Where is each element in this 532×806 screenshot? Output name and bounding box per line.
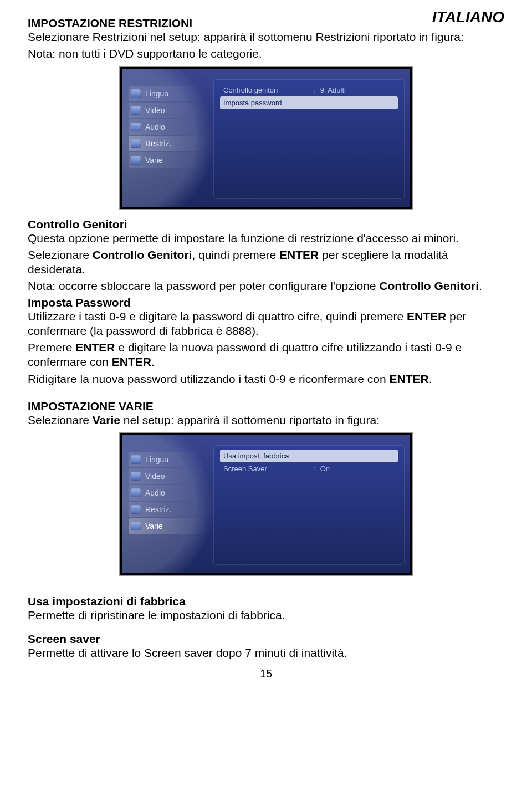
setting-label: Controllo genitori — [223, 86, 309, 94]
section-varie-title: IMPOSTAZIONE VARIE — [28, 400, 504, 413]
misc-icon — [131, 522, 141, 530]
menu-item-lingua[interactable]: Lingua — [129, 86, 206, 101]
video-icon — [131, 106, 141, 115]
menu-item-restriz[interactable]: Restriz. — [129, 136, 206, 151]
menu-item-label: Video — [145, 472, 165, 481]
set-password-title: Imposta Password — [28, 296, 504, 309]
settings-panel: Controllo genitori : 9. Adulti Imposta p… — [213, 79, 405, 199]
menu-item-audio[interactable]: Audio — [129, 119, 206, 135]
menu-item-restriz[interactable]: Restriz. — [129, 502, 206, 517]
setting-value: 9. Adulti — [320, 86, 346, 94]
screenshot-restrictions: Lingua Video Audio Restriz. Varie — [119, 66, 413, 210]
setting-label: Usa impost. fabbrica — [223, 452, 309, 460]
menu-item-lingua[interactable]: Lingua — [129, 452, 206, 467]
menu-item-label: Restriz. — [145, 505, 171, 514]
parental-control-title: Controllo Genitori — [28, 218, 504, 231]
menu-item-varie[interactable]: Varie — [129, 152, 206, 168]
menu-item-label: Audio — [145, 123, 165, 131]
set-password-l3: Ridigitare la nuova password utilizzando… — [28, 372, 504, 386]
section-restrictions-note: Nota: non tutti i DVD supportano le cate… — [28, 47, 504, 61]
section-varie-intro: Selezionare Varie nel setup: apparirà il… — [28, 413, 504, 427]
menu-item-label: Varie — [145, 156, 163, 165]
lock-icon — [131, 139, 141, 148]
setting-label: Screen Saver — [223, 465, 309, 473]
menu-item-label: Video — [145, 106, 165, 115]
page-number: 15 — [28, 667, 504, 680]
menu-item-label: Audio — [145, 488, 165, 497]
parental-control-desc: Questa opzione permette di impostare la … — [28, 231, 504, 246]
menu-item-label: Lingua — [145, 89, 168, 98]
setting-value: On — [320, 465, 330, 473]
parental-control-note: Nota: occorre sbloccare la password per … — [28, 279, 504, 293]
setting-row-screensaver[interactable]: Screen Saver : On — [220, 462, 398, 475]
screen-saver-title: Screen saver — [28, 632, 504, 646]
factory-reset-title: Usa impostazioni di fabbrica — [28, 595, 504, 608]
factory-reset-desc: Permette di ripristinare le impostazioni… — [28, 608, 504, 623]
setting-label: Imposta password — [223, 99, 309, 107]
set-password-l1: Utilizzare i tasti 0-9 e digitare la pas… — [28, 309, 504, 339]
globe-icon — [131, 89, 141, 98]
setting-row-password[interactable]: Imposta password — [220, 96, 398, 109]
menu-item-video[interactable]: Video — [129, 103, 206, 118]
menu-item-label: Restriz. — [145, 139, 171, 148]
screenshot-varie: Lingua Video Audio Restriz. Varie — [119, 432, 413, 576]
menu-item-video[interactable]: Video — [129, 468, 206, 484]
menu-item-varie[interactable]: Varie — [129, 518, 206, 534]
menu-item-audio[interactable]: Audio — [129, 485, 206, 501]
separator: : — [314, 465, 316, 473]
globe-icon — [131, 455, 141, 464]
doc-language-label: ITALIANO — [432, 8, 504, 26]
screen-saver-desc: Permette di attivare lo Screen saver dop… — [28, 646, 504, 660]
lock-icon — [131, 505, 141, 514]
parental-control-instr: Selezionare Controllo Genitori, quindi p… — [28, 248, 504, 277]
audio-icon — [131, 123, 141, 131]
menu-item-label: Varie — [145, 522, 163, 530]
settings-panel: Usa impost. fabbrica Screen Saver : On — [213, 445, 405, 565]
setting-row-factory[interactable]: Usa impost. fabbrica — [220, 450, 398, 462]
video-icon — [131, 472, 141, 481]
audio-icon — [131, 488, 141, 497]
menu-item-label: Lingua — [145, 455, 168, 464]
setting-row-parental[interactable]: Controllo genitori : 9. Adulti — [220, 84, 398, 96]
misc-icon — [131, 156, 141, 165]
set-password-l2: Premere ENTER e digitare la nuova passwo… — [28, 340, 504, 370]
separator: : — [314, 86, 316, 94]
section-restrictions-intro: Selezionare Restrizioni nel setup: appar… — [28, 30, 504, 44]
